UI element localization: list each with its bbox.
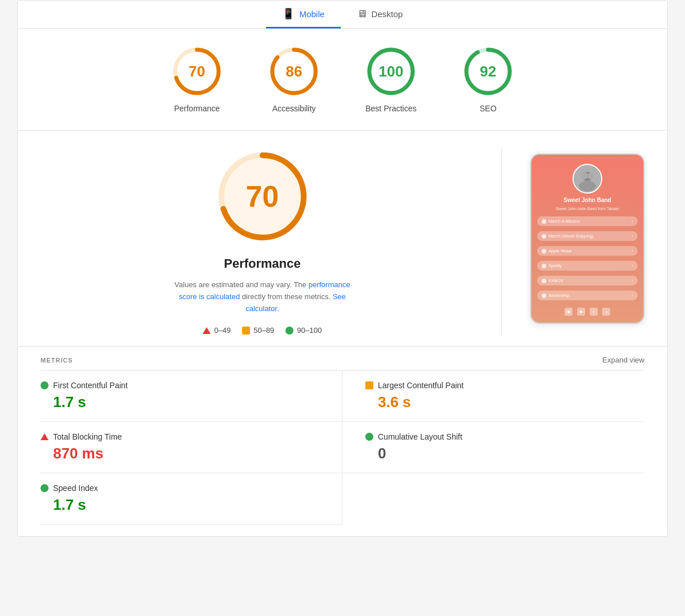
score-card-accessibility: 86 Accessibility (268, 46, 320, 113)
metric-name-tbt: Total Blocking Time (53, 432, 122, 441)
main-container: 📱 Mobile 🖥 Desktop 70 Performance (17, 0, 668, 537)
legend-fail-range: 0–49 (214, 326, 231, 335)
metric-dot-lcp (365, 381, 373, 389)
phone-btn-label-3: Spotify (549, 263, 562, 268)
score-circle-accessibility: 86 (268, 46, 320, 97)
legend-circle-icon (285, 327, 293, 335)
metrics-section: METRICS Expand view First Contentful Pai… (18, 347, 667, 536)
tab-desktop-label: Desktop (372, 9, 403, 19)
score-label-accessibility: Accessibility (272, 104, 316, 113)
tab-bar: 📱 Mobile 🖥 Desktop (18, 1, 667, 29)
legend-pass: 90–100 (285, 326, 321, 335)
metric-name-si: Speed Index (53, 484, 98, 493)
social-icon-1: ▣ (565, 308, 573, 316)
metric-name-lcp: Largest Contentful Paint (378, 381, 464, 390)
tab-mobile-label: Mobile (299, 9, 324, 19)
score-cards-section: 70 Performance 86 Accessibility 10 (18, 29, 667, 131)
social-icon-2: ▶ (577, 308, 585, 316)
metric-si: Speed Index 1.7 s (41, 473, 342, 525)
phone-btn-label-2: Apple Music (549, 248, 572, 253)
phone-btn-label-0: Merch & Albums (549, 219, 580, 224)
desc-text-middle: directly from these metrics. (240, 292, 333, 301)
legend-fail: 0–49 (203, 326, 231, 335)
metric-fcp: First Contentful Paint 1.7 s (41, 371, 342, 422)
metric-dot-cls (365, 433, 373, 441)
metric-value-si: 1.7 s (41, 496, 319, 514)
score-circle-seo: 92 (462, 46, 514, 97)
score-label-best-practices: Best Practices (365, 104, 416, 113)
score-card-seo: 92 SEO (462, 46, 514, 113)
score-card-best-practices: 100 Best Practices (365, 46, 417, 113)
phone-btn-label-4: KKBOX (549, 278, 563, 283)
score-card-performance: 70 Performance (171, 46, 223, 113)
metrics-title: METRICS (41, 357, 73, 364)
phone-btn-1: Merch (World Shipping) › (537, 231, 638, 241)
social-icon-3: f (590, 308, 598, 316)
phone-frame: Sweet John Band Sweet John Indie Band fr… (530, 154, 644, 324)
big-score-number: 70 (246, 179, 279, 214)
phone-band-name: Sweet John Band (563, 197, 611, 203)
metric-name-cls: Cumulative Layout Shift (378, 432, 462, 441)
tab-desktop[interactable]: 🖥 Desktop (341, 1, 419, 29)
metric-lcp: Largest Contentful Paint 3.6 s (342, 371, 644, 422)
expand-view-button[interactable]: Expand view (602, 356, 644, 364)
desc-text-after: . (277, 304, 279, 313)
svg-point-12 (579, 181, 596, 191)
metric-name-fcp: First Contentful Paint (53, 381, 128, 390)
metric-tbt: Total Blocking Time 870 ms (41, 422, 342, 473)
svg-point-14 (587, 173, 594, 179)
legend-pass-range: 90–100 (297, 326, 321, 335)
phone-band-sub: Sweet John Indie Band from Taiwan (555, 207, 619, 211)
metric-value-fcp: 1.7 s (41, 393, 319, 411)
metric-cls: Cumulative Layout Shift 0 (342, 422, 644, 473)
mobile-icon: 📱 (282, 7, 295, 20)
score-circle-best-practices: 100 (365, 46, 417, 97)
metric-value-cls: 0 (365, 445, 644, 462)
phone-btn-0: Merch & Albums › (537, 216, 638, 226)
phone-btn-4: KKBOX › (537, 276, 638, 285)
metric-dot-fcp (41, 381, 49, 389)
legend-average-range: 50–89 (253, 326, 274, 335)
metric-dot-tbt (41, 433, 49, 440)
vertical-divider (501, 148, 502, 335)
phone-social-icons: ▣ ▶ f ♬ (565, 308, 610, 316)
performance-detail: 70 Performance Values are estimated and … (52, 148, 473, 335)
tab-mobile[interactable]: 📱 Mobile (266, 1, 340, 29)
score-circle-performance: 70 (171, 46, 223, 97)
legend-triangle-icon (203, 327, 211, 334)
score-value-seo: 92 (480, 63, 497, 80)
metric-value-lcp: 3.6 s (365, 393, 644, 411)
phone-btn-3: Spotify › (537, 261, 638, 271)
phone-content: Sweet John Band Sweet John Indie Band fr… (531, 155, 643, 323)
phone-btn-2: Apple Music › (537, 246, 638, 256)
phone-btn-label-1: Merch (World Shipping) (549, 233, 594, 239)
social-icon-4: ♬ (602, 308, 610, 316)
phone-btn-label-5: Bandcamp (549, 293, 569, 298)
metrics-header: METRICS Expand view (41, 347, 644, 371)
perf-desc: Values are estimated and may vary. The p… (166, 279, 360, 315)
phone-avatar (573, 164, 602, 194)
phone-btn-5: Bandcamp › (537, 291, 638, 300)
svg-point-13 (581, 172, 588, 179)
legend-average: 50–89 (242, 326, 274, 335)
legend-square-icon (242, 327, 250, 335)
main-content: 70 Performance Values are estimated and … (18, 131, 667, 347)
desktop-icon: 🖥 (357, 8, 367, 20)
legend: 0–49 50–89 90–100 (203, 326, 321, 335)
score-label-performance: Performance (174, 104, 220, 113)
score-value-performance: 70 (189, 63, 206, 80)
metric-value-tbt: 870 ms (41, 445, 319, 462)
score-value-accessibility: 86 (286, 63, 303, 80)
score-label-seo: SEO (480, 104, 497, 113)
big-score-circle: 70 (214, 148, 311, 245)
score-value-best-practices: 100 (378, 63, 403, 80)
desc-text-before: Values are estimated and may vary. The (175, 280, 309, 289)
metrics-grid: First Contentful Paint 1.7 s Largest Con… (41, 371, 644, 525)
phone-mockup: Sweet John Band Sweet John Indie Band fr… (530, 154, 644, 324)
perf-title: Performance (224, 256, 301, 271)
metric-dot-si (41, 484, 49, 492)
